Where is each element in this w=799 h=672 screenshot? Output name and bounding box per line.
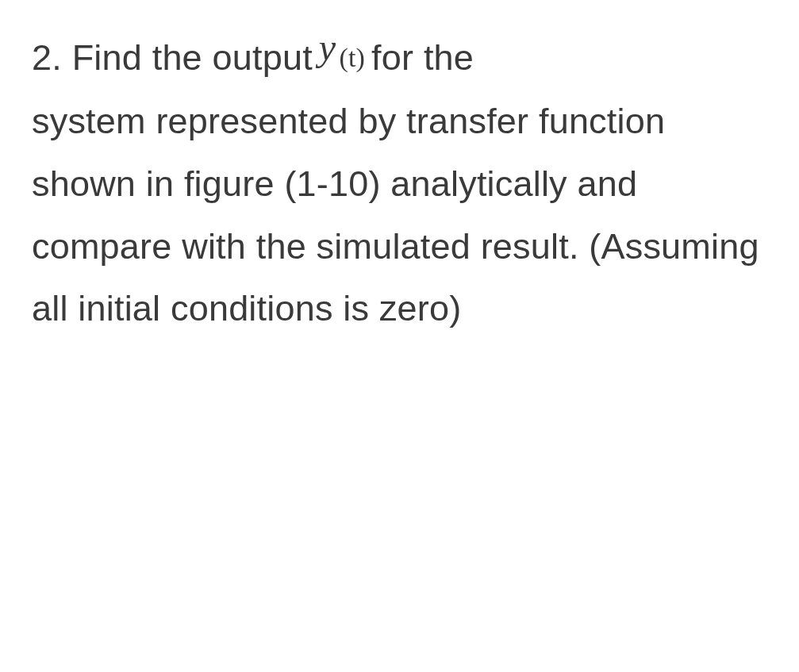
math-variable-y: y (319, 26, 336, 68)
problem-number: 2. (32, 37, 62, 78)
line1-suffix-text: for the (371, 27, 474, 90)
problem-number-and-prefix: 2. Find the output (32, 27, 313, 90)
math-expression: y(t) (313, 24, 365, 90)
problem-remaining-text: system represented by transfer function … (32, 90, 767, 340)
problem-statement: 2. Find the output y(t) for the system r… (32, 24, 767, 340)
line1-prefix-text: Find the output (72, 37, 313, 78)
math-subscript-t: (t) (339, 43, 365, 72)
problem-line-1: 2. Find the output y(t) for the (32, 24, 767, 90)
